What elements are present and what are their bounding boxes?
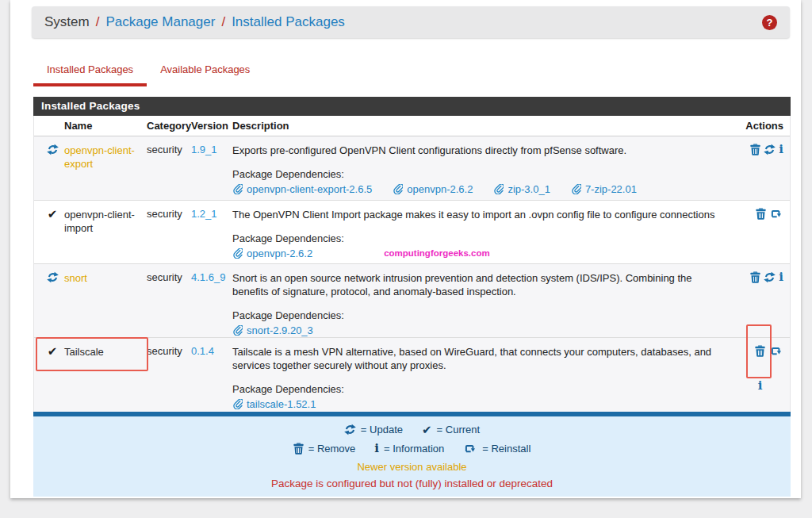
- column-header-category: Category: [147, 120, 191, 132]
- reinstall-icon[interactable]: [769, 345, 783, 378]
- legend-remove: = Remove: [293, 443, 356, 455]
- legend-deprecated: Package is configured but not (fully) in…: [33, 475, 791, 492]
- dependency-link[interactable]: openvpn-2.6.2: [393, 182, 473, 196]
- paperclip-icon: [493, 184, 504, 194]
- version-link[interactable]: 4.1.6_9: [191, 271, 225, 283]
- paperclip-icon: [393, 184, 403, 194]
- package-name: Tailscale: [64, 345, 147, 412]
- reinstall-icon[interactable]: [769, 208, 783, 220]
- column-header-name: Name: [64, 120, 147, 132]
- information-icon[interactable]: i: [779, 271, 783, 283]
- paperclip-icon: [232, 399, 243, 409]
- info-icon: i: [374, 443, 379, 455]
- breadcrumb-system: System: [44, 14, 90, 30]
- remove-icon[interactable]: [750, 271, 760, 283]
- information-icon[interactable]: i: [755, 380, 765, 412]
- help-icon[interactable]: ?: [762, 15, 777, 30]
- package-category: security: [147, 208, 191, 263]
- dependency-link[interactable]: tailscale-1.52.1: [232, 397, 316, 411]
- pfsense-page: System / Package Manager / Installed Pac…: [10, 0, 801, 498]
- paperclip-icon: [571, 184, 581, 194]
- update-icon[interactable]: [764, 271, 776, 283]
- breadcrumb-separator: /: [221, 14, 225, 30]
- legend-newer-version: Newer version available: [33, 459, 791, 475]
- legend: = Update ✔ = Current = Remove i = Inform…: [33, 416, 791, 497]
- dependencies-label: Package Dependencies:: [232, 232, 723, 245]
- table-header-row: Name Category Version Description Action…: [34, 116, 790, 136]
- package-description: Tailscale is a mesh VPN alternative, bas…: [232, 345, 723, 372]
- dependencies-label: Package Dependencies:: [232, 309, 723, 322]
- column-header-description: Description: [232, 120, 734, 132]
- tab-installed-packages[interactable]: Installed Packages: [33, 54, 147, 85]
- dependency-link[interactable]: openvpn-2.6.2: [232, 247, 312, 260]
- paperclip-icon: [232, 248, 243, 259]
- update-status-icon: [47, 271, 59, 283]
- table-row-tailscale: ✔ Tailscale security 0.1.4 Tailscale is …: [34, 337, 790, 412]
- dependency-link[interactable]: openvpn-client-export-2.6.5: [232, 182, 372, 196]
- panel-title: Installed Packages: [33, 97, 791, 116]
- package-description: Exports pre-configured OpenVPN Client co…: [232, 144, 723, 157]
- tab-available-packages[interactable]: Available Packages: [147, 54, 263, 85]
- remove-icon[interactable]: [756, 208, 766, 220]
- dependency-link[interactable]: 7-zip-22.01: [571, 182, 637, 196]
- package-category: security: [147, 345, 191, 412]
- package-description: Snort is an open source network intrusio…: [232, 271, 723, 298]
- watermark: computingforgeeks.com: [384, 247, 490, 260]
- package-name: snort: [64, 271, 147, 337]
- table-row-openvpn-client-export: openvpn-client-export security 1.9_1 Exp…: [34, 136, 790, 200]
- package-category: security: [147, 271, 191, 337]
- package-name: openvpn-client-export: [64, 144, 147, 200]
- package-category: security: [147, 144, 191, 200]
- column-header-version: Version: [191, 120, 232, 132]
- version-link[interactable]: 1.9_1: [191, 144, 217, 155]
- update-icon: [344, 424, 356, 436]
- legend-information: i = Information: [374, 443, 444, 455]
- breadcrumb-separator: /: [96, 14, 100, 30]
- breadcrumb-package-manager[interactable]: Package Manager: [105, 14, 215, 30]
- trash-icon: [293, 443, 304, 455]
- dependencies-label: Package Dependencies:: [232, 383, 723, 396]
- reinstall-icon: [463, 443, 477, 455]
- table-row-openvpn-client-import: ✔ openvpn-client-import security 1.2_1 T…: [34, 200, 790, 263]
- breadcrumb: System / Package Manager / Installed Pac…: [32, 6, 790, 38]
- update-status-icon: [47, 144, 59, 155]
- information-icon[interactable]: i: [779, 144, 783, 155]
- remove-icon[interactable]: [750, 144, 760, 155]
- package-name: openvpn-client-import: [64, 208, 147, 263]
- column-header-actions: Actions: [734, 120, 783, 132]
- installed-packages-panel: Installed Packages Name Category Version…: [33, 97, 791, 497]
- tab-bar: Installed Packages Available Packages: [33, 54, 263, 85]
- breadcrumb-installed-packages[interactable]: Installed Packages: [232, 14, 345, 30]
- version-link[interactable]: 0.1.4: [191, 345, 214, 357]
- dependency-link[interactable]: snort-2.9.20_3: [232, 324, 313, 337]
- legend-current: ✔ = Current: [422, 424, 480, 436]
- remove-icon[interactable]: [755, 345, 765, 378]
- legend-reinstall: = Reinstall: [463, 443, 530, 455]
- paperclip-icon: [232, 184, 243, 194]
- dependency-link[interactable]: zip-3.0_1: [493, 182, 550, 196]
- dependencies-label: Package Dependencies:: [232, 168, 723, 181]
- check-icon: ✔: [422, 424, 432, 436]
- current-status-icon: ✔: [48, 344, 58, 358]
- update-icon[interactable]: [764, 144, 776, 155]
- table-row-snort: snort security 4.1.6_9 Snort is an open …: [34, 263, 790, 337]
- current-status-icon: ✔: [48, 207, 58, 221]
- version-link[interactable]: 1.2_1: [191, 208, 217, 220]
- legend-update: = Update: [344, 424, 403, 436]
- package-description: The OpenVPN Client Import package makes …: [232, 208, 723, 221]
- paperclip-icon: [232, 325, 243, 336]
